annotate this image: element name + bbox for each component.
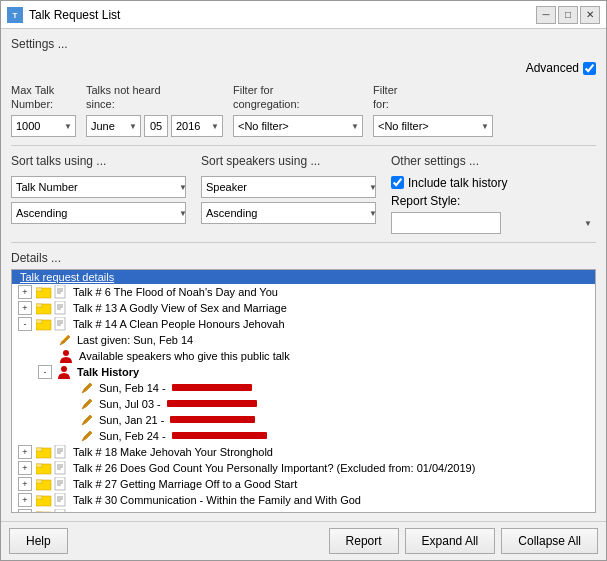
minimize-button[interactable]: ─ <box>536 6 556 24</box>
expand-icon-talk6[interactable]: + <box>18 285 32 299</box>
expand-icon-talk26[interactable]: + <box>18 461 32 475</box>
folder-icon <box>36 445 52 459</box>
sort-speakers-field-select[interactable]: Speaker Talk Number Date <box>201 176 376 198</box>
sort-talks-field-wrapper: Talk Number Speaker Date <box>11 176 191 198</box>
separator-2 <box>11 242 596 243</box>
tree-item-talk14_history[interactable]: - Talk History <box>12 364 595 380</box>
doc-icon <box>54 317 68 331</box>
tree-container[interactable]: Talk request details + Talk # 6 The Floo… <box>11 269 596 513</box>
maximize-button[interactable]: □ <box>558 6 578 24</box>
tree-item-talk6[interactable]: + Talk # 6 The Flood of Noah's Day and Y… <box>12 284 595 300</box>
report-button[interactable]: Report <box>329 528 399 554</box>
tree-item-talk18[interactable]: + Talk # 18 Make Jehovah Your Stronghold <box>12 444 595 460</box>
sort-talks-order-select[interactable]: Ascending Descending <box>11 202 186 224</box>
svg-marker-25 <box>82 399 92 409</box>
sort-talks-group: Sort talks using ... Talk Number Speaker… <box>11 154 191 224</box>
svg-rect-54 <box>55 509 65 513</box>
tree-item-talk14_speakers[interactable]: Available speakers who give this public … <box>12 348 595 364</box>
folder-icon <box>36 301 52 315</box>
svg-rect-3 <box>36 288 42 291</box>
expand-icon-talk30[interactable]: + <box>18 493 32 507</box>
svg-rect-53 <box>36 512 42 513</box>
expand-icon-talk14[interactable]: - <box>18 317 32 331</box>
include-history-checkbox[interactable] <box>391 176 404 189</box>
year-wrapper: 2016 <box>171 115 223 137</box>
filter-for-wrapper: <No filter> <box>373 115 493 137</box>
doc-icon <box>54 285 68 299</box>
svg-rect-9 <box>36 304 42 307</box>
tree-item-header[interactable]: Talk request details <box>12 270 595 284</box>
expand-icon-talk27[interactable]: + <box>18 477 32 491</box>
filter-for-group: Filter for: <No filter> <box>373 83 493 137</box>
window-title: Talk Request List <box>29 8 536 22</box>
sort-talks-field-select[interactable]: Talk Number Speaker Date <box>11 176 186 198</box>
sort-speakers-order-select[interactable]: Ascending Descending <box>201 202 376 224</box>
max-talk-select[interactable]: 1000 500 100 <box>11 115 76 137</box>
folder-icon <box>36 493 52 507</box>
pencil-icon <box>58 333 72 347</box>
filter-congregation-select[interactable]: <No filter> <box>233 115 363 137</box>
sort-speakers-group: Sort speakers using ... Speaker Talk Num… <box>201 154 381 224</box>
include-history-row: Include talk history <box>391 176 596 190</box>
svg-point-23 <box>61 366 67 372</box>
titlebar: T Talk Request List ─ □ ✕ <box>1 1 606 29</box>
day-input[interactable] <box>144 115 168 137</box>
svg-marker-20 <box>60 335 70 345</box>
expand-icon-talk14_history[interactable]: - <box>38 365 52 379</box>
pencil-small-icon <box>80 381 94 395</box>
expand-icon-talk18[interactable]: + <box>18 445 32 459</box>
tree-item-talk30[interactable]: + Talk # 30 Communication - Within the F… <box>12 492 595 508</box>
filter-for-label: Filter for: <box>373 83 493 112</box>
app-icon: T <box>7 7 23 23</box>
other-settings-group: Other settings ... Include talk history … <box>391 154 596 234</box>
sort-row: Sort talks using ... Talk Number Speaker… <box>11 154 596 234</box>
folder-icon <box>36 317 52 331</box>
help-button[interactable]: Help <box>9 528 68 554</box>
doc-icon <box>54 477 68 491</box>
sort-speakers-label: Sort speakers using ... <box>201 154 381 168</box>
tree-item-talk31[interactable]: + Talk # 31 Are You Conscious Of Your Sp… <box>12 508 595 513</box>
svg-marker-26 <box>82 415 92 425</box>
folder-icon <box>36 285 52 299</box>
tree-item-talk14_last[interactable]: Last given: Sun, Feb 14 <box>12 332 595 348</box>
talks-not-heard-group: Talks not heard since: June 2016 <box>86 83 223 137</box>
year-select[interactable]: 2016 <box>171 115 223 137</box>
expand-all-button[interactable]: Expand All <box>405 528 496 554</box>
tree-item-history2[interactable]: Sun, Jul 03 - <box>12 396 595 412</box>
sort-talks-order-wrapper: Ascending Descending <box>11 202 191 224</box>
main-window: T Talk Request List ─ □ ✕ Settings ... A… <box>0 0 607 561</box>
expand-icon-talk13[interactable]: + <box>18 301 32 315</box>
history-person-icon <box>56 365 72 379</box>
max-talk-label: Max Talk Number: <box>11 83 76 112</box>
svg-rect-15 <box>36 320 42 323</box>
other-settings-label: Other settings ... <box>391 154 596 168</box>
report-style-label: Report Style: <box>391 194 460 208</box>
folder-icon <box>36 509 52 513</box>
svg-rect-29 <box>36 448 42 451</box>
tree-item-talk26[interactable]: + Talk # 26 Does God Count You Personall… <box>12 460 595 476</box>
advanced-row: Advanced <box>11 61 596 75</box>
filter-congregation-group: Filter for congregation: <No filter> <box>233 83 363 137</box>
svg-rect-47 <box>36 496 42 499</box>
tree-item-talk13[interactable]: + Talk # 13 A Godly View of Sex and Marr… <box>12 300 595 316</box>
max-talk-select-wrapper: 1000 500 100 <box>11 115 76 137</box>
svg-rect-41 <box>36 480 42 483</box>
tree-item-history3[interactable]: Sun, Jan 21 - <box>12 412 595 428</box>
talks-not-heard-label: Talks not heard since: <box>86 83 223 112</box>
date-row: June 2016 <box>86 115 223 137</box>
filter-for-select[interactable]: <No filter> <box>373 115 493 137</box>
tree-item-history4[interactable]: Sun, Feb 24 - <box>12 428 595 444</box>
close-button[interactable]: ✕ <box>580 6 600 24</box>
tree-item-talk27[interactable]: + Talk # 27 Getting Marriage Off to a Go… <box>12 476 595 492</box>
tree-item-history1[interactable]: Sun, Feb 14 - <box>12 380 595 396</box>
report-style-select[interactable] <box>391 212 501 234</box>
collapse-all-button[interactable]: Collapse All <box>501 528 598 554</box>
svg-point-22 <box>63 350 69 356</box>
doc-icon <box>54 509 68 513</box>
settings-label: Settings ... <box>11 37 596 51</box>
sort-speakers-order-wrapper: Ascending Descending <box>201 202 381 224</box>
advanced-checkbox[interactable] <box>583 62 596 75</box>
expand-icon-talk31[interactable]: + <box>18 509 32 513</box>
month-select[interactable]: June <box>86 115 141 137</box>
tree-item-talk14[interactable]: - Talk # 14 A Clean People Honours Jehov… <box>12 316 595 332</box>
